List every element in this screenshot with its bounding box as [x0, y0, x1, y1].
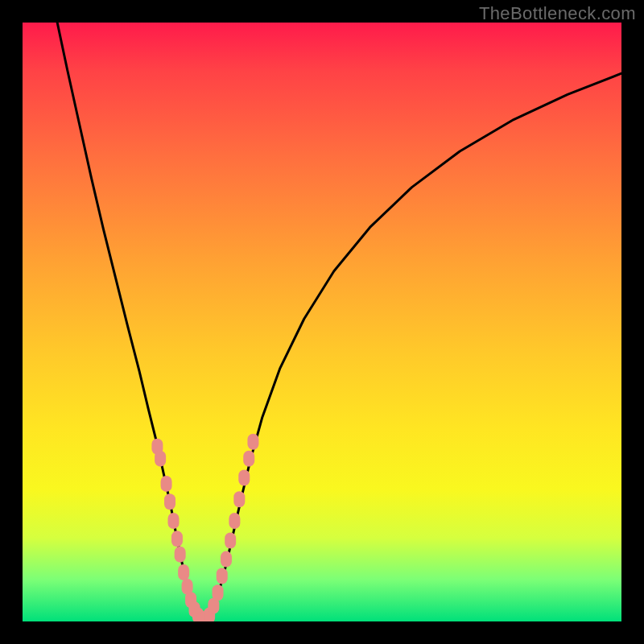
curve-right-branch [202, 73, 621, 620]
data-marker [247, 434, 258, 450]
data-marker [167, 513, 179, 529]
data-marker [178, 564, 189, 580]
watermark-label: TheBottleneck.com [479, 3, 636, 24]
data-marker [171, 530, 183, 547]
curve-left-branch [57, 23, 202, 621]
data-marker [161, 476, 172, 492]
data-marker [213, 584, 224, 601]
data-marker [164, 493, 175, 510]
data-marker [233, 491, 245, 507]
data-marker [155, 451, 166, 467]
bottleneck-curve-plot [23, 23, 621, 621]
chart-frame [23, 23, 621, 621]
data-marker [238, 469, 250, 485]
data-markers [151, 434, 258, 621]
data-marker [225, 533, 236, 549]
data-marker [175, 547, 186, 563]
data-marker [217, 568, 228, 584]
data-marker [243, 451, 254, 467]
data-marker [229, 513, 240, 529]
data-marker [221, 551, 232, 568]
